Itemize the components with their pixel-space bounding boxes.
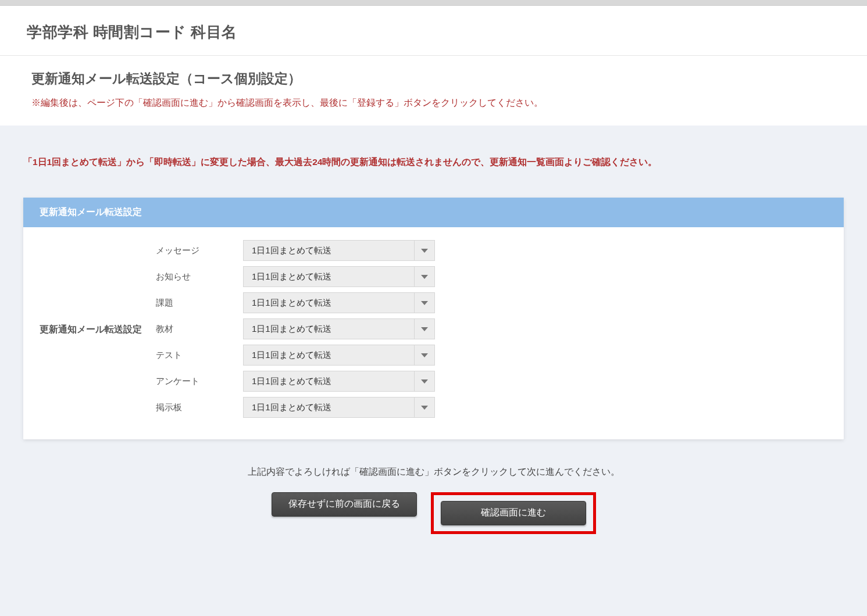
select-value: 1日1回まとめて転送: [243, 318, 414, 339]
chevron-down-icon: [421, 301, 428, 305]
page-header: 学部学科 時間割コード 科目名: [0, 6, 867, 56]
content: 「1日1回まとめて転送」から「即時転送」に変更した場合、最大過去24時間の更新通…: [0, 126, 867, 580]
dropdown-button[interactable]: [414, 240, 435, 261]
dropdown-button[interactable]: [414, 345, 435, 366]
dropdown-button[interactable]: [414, 397, 435, 418]
confirm-highlight: 確認画面に進む: [431, 492, 596, 534]
confirm-button[interactable]: 確認画面に進む: [441, 501, 586, 525]
settings-panel: 更新通知メール転送設定 更新通知メール転送設定 メッセージ 1日1回まとめて転送…: [23, 198, 844, 439]
setting-row: メッセージ 1日1回まとめて転送: [156, 238, 827, 264]
sub-title: 更新通知メール転送設定（コース個別設定）: [31, 70, 836, 88]
panel-header: 更新通知メール転送設定: [23, 198, 844, 227]
edit-note: ※編集後は、ページ下の「確認画面に進む」から確認画面を表示し、最後に「登録する」…: [31, 96, 836, 109]
sub-header: 更新通知メール転送設定（コース個別設定） ※編集後は、ページ下の「確認画面に進む…: [0, 56, 867, 126]
setting-label-notice: お知らせ: [156, 271, 243, 282]
setting-label-message: メッセージ: [156, 245, 243, 256]
setting-select-material[interactable]: 1日1回まとめて転送: [243, 318, 435, 339]
dropdown-button[interactable]: [414, 318, 435, 339]
select-value: 1日1回まとめて転送: [243, 345, 414, 366]
setting-row: アンケート 1日1回まとめて転送: [156, 368, 827, 395]
panel-section-label: 更新通知メール転送設定: [40, 323, 142, 336]
button-row: 保存せずに前の画面に戻る 確認画面に進む: [23, 492, 844, 534]
panel-label-column: 更新通知メール転送設定: [40, 238, 156, 421]
warning-text: 「1日1回まとめて転送」から「即時転送」に変更した場合、最大過去24時間の更新通…: [23, 153, 844, 170]
setting-label-material: 教材: [156, 324, 243, 335]
setting-select-assignment[interactable]: 1日1回まとめて転送: [243, 292, 435, 313]
setting-row: お知らせ 1日1回まとめて転送: [156, 264, 827, 290]
chevron-down-icon: [421, 275, 428, 279]
dropdown-button[interactable]: [414, 266, 435, 287]
setting-row: テスト 1日1回まとめて転送: [156, 342, 827, 368]
setting-label-board: 掲示板: [156, 402, 243, 413]
dropdown-button[interactable]: [414, 292, 435, 313]
select-value: 1日1回まとめて転送: [243, 292, 414, 313]
chevron-down-icon: [421, 379, 428, 384]
chevron-down-icon: [421, 353, 428, 357]
panel-form-column: メッセージ 1日1回まとめて転送 お知らせ 1日1回まとめて転送 課題: [156, 238, 827, 421]
setting-label-assignment: 課題: [156, 298, 243, 309]
setting-label-test: テスト: [156, 350, 243, 361]
footer-message: 上記内容でよろしければ「確認画面に進む」ボタンをクリックして次に進んでください。: [23, 466, 844, 478]
footer-area: 上記内容でよろしければ「確認画面に進む」ボタンをクリックして次に進んでください。…: [23, 439, 844, 557]
setting-row: 掲示板 1日1回まとめて転送: [156, 395, 827, 421]
setting-label-survey: アンケート: [156, 376, 243, 387]
chevron-down-icon: [421, 406, 428, 410]
setting-row: 課題 1日1回まとめて転送: [156, 290, 827, 316]
select-value: 1日1回まとめて転送: [243, 397, 414, 418]
window-top-bar: [0, 0, 867, 6]
select-value: 1日1回まとめて転送: [243, 240, 414, 261]
back-button[interactable]: 保存せずに前の画面に戻る: [272, 492, 417, 517]
setting-select-notice[interactable]: 1日1回まとめて転送: [243, 266, 435, 287]
chevron-down-icon: [421, 327, 428, 331]
select-value: 1日1回まとめて転送: [243, 266, 414, 287]
setting-row: 教材 1日1回まとめて転送: [156, 316, 827, 342]
setting-select-message[interactable]: 1日1回まとめて転送: [243, 240, 435, 261]
select-value: 1日1回まとめて転送: [243, 371, 414, 392]
panel-body: 更新通知メール転送設定 メッセージ 1日1回まとめて転送 お知らせ 1日1回まと…: [23, 227, 844, 439]
page-title: 学部学科 時間割コード 科目名: [27, 22, 840, 42]
dropdown-button[interactable]: [414, 371, 435, 392]
setting-select-board[interactable]: 1日1回まとめて転送: [243, 397, 435, 418]
chevron-down-icon: [421, 249, 428, 253]
setting-select-test[interactable]: 1日1回まとめて転送: [243, 345, 435, 366]
setting-select-survey[interactable]: 1日1回まとめて転送: [243, 371, 435, 392]
